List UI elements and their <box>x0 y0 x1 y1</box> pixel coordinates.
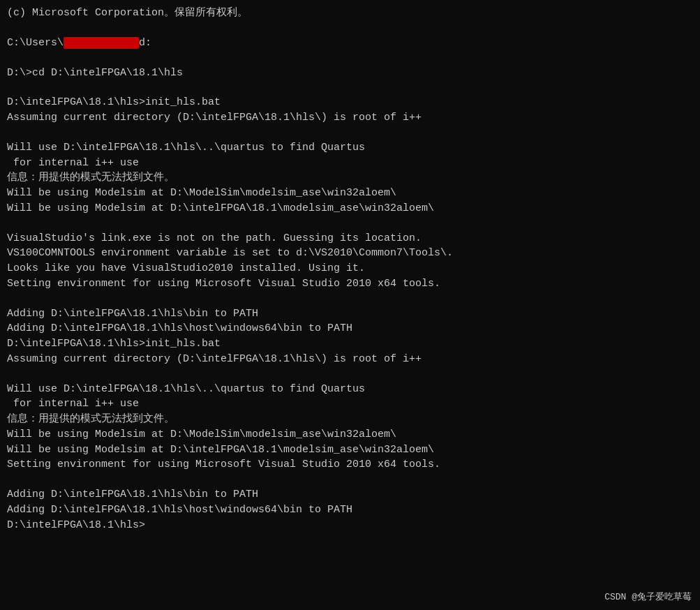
terminal-line: Will be using Modelsim at D:\ModelSim\mo… <box>7 427 693 442</box>
terminal-content: (c) Microsoft Corporation。保留所有权利。 C:\Use… <box>7 6 693 533</box>
terminal-line: Will be using Modelsim at D:\intelFPGA\1… <box>7 201 693 216</box>
terminal-line: D:\intelFPGA\18.1\hls>init_hls.bat <box>7 95 693 110</box>
terminal-line: for internal i++ use <box>7 396 693 412</box>
terminal-line: VisualStudio's link.exe is not on the pa… <box>7 231 693 246</box>
terminal-line: D:\>cd D:\intelFPGA\18.1\hls <box>7 66 693 81</box>
terminal-line: Assuming current directory (D:\intelFPGA… <box>7 110 693 126</box>
terminal-line: for internal i++ use <box>7 156 693 171</box>
terminal-line: 信息：用提供的模式无法找到文件。 <box>7 412 693 427</box>
terminal-line: Adding D:\intelFPGA\18.1\hls\host\window… <box>7 503 693 518</box>
terminal-line: Setting environment for using Microsoft … <box>7 276 693 292</box>
terminal-line: Setting environment for using Microsoft … <box>7 457 693 473</box>
terminal-line: Looks like you have VisualStudio2010 ins… <box>7 261 693 276</box>
terminal-line: 信息：用提供的模式无法找到文件。 <box>7 170 693 186</box>
terminal-line: Assuming current directory (D:\intelFPGA… <box>7 352 693 367</box>
terminal-line: VS100COMNTOOLS environment variable is s… <box>7 246 693 261</box>
redacted-username: 182957971136 <box>64 37 139 49</box>
terminal-line: Adding D:\intelFPGA\18.1\hls\host\window… <box>7 321 693 336</box>
terminal-line: D:\intelFPGA\18.1\hls>init_hls.bat <box>7 336 693 352</box>
terminal-line: Will use D:\intelFPGA\18.1\hls\..\quartu… <box>7 140 693 156</box>
terminal-line: Will use D:\intelFPGA\18.1\hls\..\quartu… <box>7 382 693 397</box>
terminal-line: Adding D:\intelFPGA\18.1\hls\bin to PATH <box>7 306 693 322</box>
terminal-line-user: C:\Users\182957971136d: <box>7 36 693 51</box>
terminal-window: (c) Microsoft Corporation。保留所有权利。 C:\Use… <box>0 0 700 610</box>
terminal-line: Adding D:\intelFPGA\18.1\hls\bin to PATH <box>7 487 693 503</box>
terminal-line: Will be using Modelsim at D:\ModelSim\mo… <box>7 186 693 201</box>
watermark: CSDN @兔子爱吃草莓 <box>604 590 692 603</box>
terminal-line: (c) Microsoft Corporation。保留所有权利。 <box>7 6 693 21</box>
terminal-prompt: D:\intelFPGA\18.1\hls> <box>7 518 693 533</box>
terminal-line: Will be using Modelsim at D:\intelFPGA\1… <box>7 442 693 458</box>
